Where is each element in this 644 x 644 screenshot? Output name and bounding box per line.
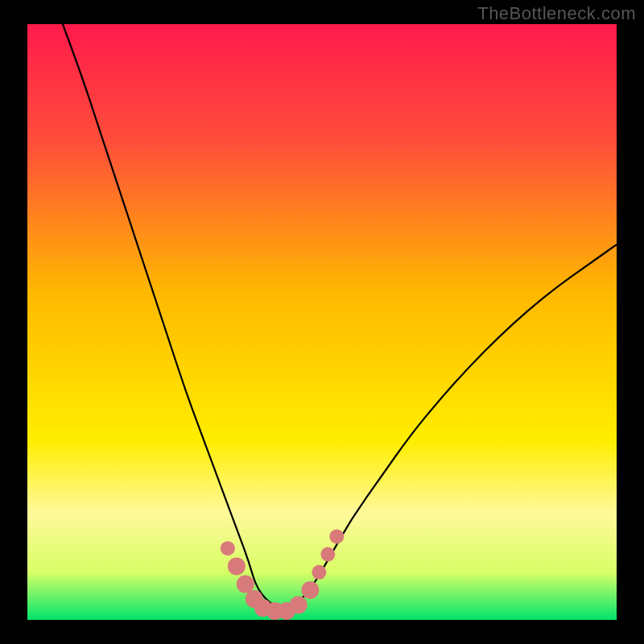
marker-dot [221,541,235,555]
plot-background [27,24,617,620]
marker-dot [312,565,326,580]
marker-dot [320,547,335,562]
marker-dot [228,557,246,575]
bottleneck-chart [0,0,644,644]
marker-dot [301,581,319,599]
watermark-text: TheBottleneck.com [477,3,636,24]
marker-dot [237,576,254,593]
marker-dot [290,597,308,614]
marker-dot [329,529,344,543]
chart-frame: TheBottleneck.com [0,0,644,644]
